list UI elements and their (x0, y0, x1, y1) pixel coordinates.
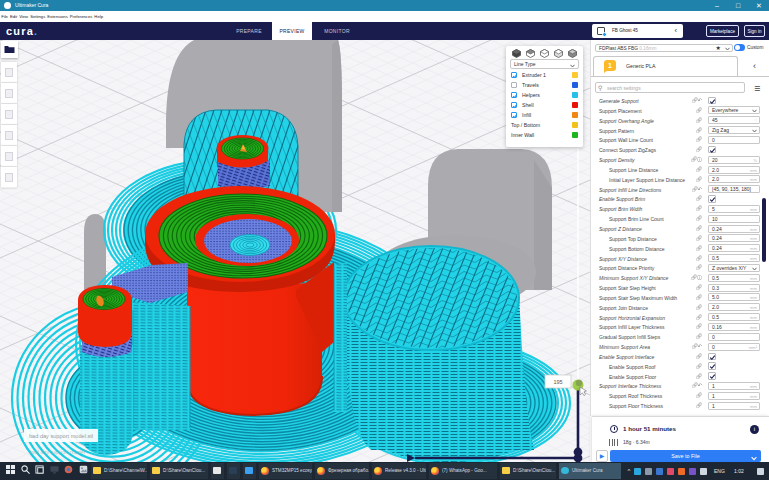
svg-text:195: 195 (553, 379, 562, 385)
svg-text:bad day support model: bad day support model (30, 449, 85, 455)
svg-text:bad day support model.stl: bad day support model.stl (29, 433, 93, 439)
